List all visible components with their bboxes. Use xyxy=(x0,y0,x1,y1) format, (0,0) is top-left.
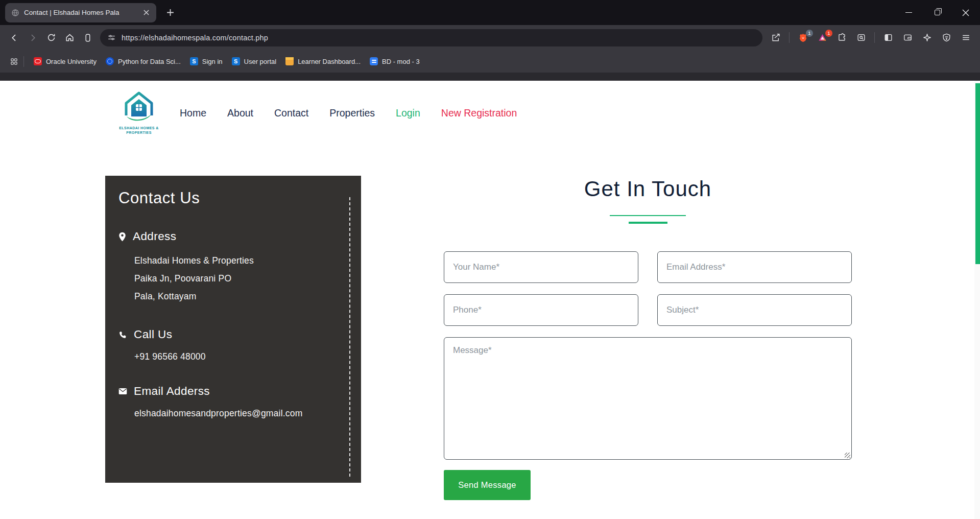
contact-panel-title: Contact Us xyxy=(118,189,348,207)
bookmark-oracle-university[interactable]: Oracle University xyxy=(29,55,101,68)
contact-form xyxy=(444,251,852,460)
home-button[interactable] xyxy=(60,29,79,47)
minimize-button[interactable] xyxy=(894,0,923,25)
logo-text-line2: PROPERTIES xyxy=(117,130,161,135)
contact-info-panel: Contact Us Address Elshadai Homes & Prop… xyxy=(105,176,361,483)
message-textarea[interactable] xyxy=(444,337,852,460)
call-section: Call Us +91 96566 48000 xyxy=(118,328,348,362)
get-in-touch-section: Get In Touch Send Message xyxy=(444,177,852,500)
sidebar-icon xyxy=(883,33,893,42)
close-window-icon xyxy=(962,9,969,16)
webpage-viewport: ELSHADAI HOMES & PROPERTIES Home About C… xyxy=(0,81,980,519)
email-heading: Email Adderss xyxy=(134,385,210,398)
nav-login[interactable]: Login xyxy=(396,107,420,119)
bookmark-sign-in[interactable]: S Sign in xyxy=(185,55,227,68)
address-section: Address Elshadai Homes & Properties Paik… xyxy=(118,230,348,305)
bookmarks-divider xyxy=(23,56,24,67)
logo-text-line1: ELSHADAI HOMES & xyxy=(117,126,161,130)
nav-contact[interactable]: Contact xyxy=(274,107,308,119)
page-scrollbar-track[interactable] xyxy=(974,81,980,519)
send-message-button[interactable]: Send Message xyxy=(444,470,531,500)
restore-button[interactable] xyxy=(923,0,951,25)
bookmark-learner-dashboard[interactable]: Learner Dashboard... xyxy=(281,55,365,68)
browser-tab-bar: Contact | Elshadai Homes Pala xyxy=(0,0,980,25)
house-logo-icon xyxy=(120,91,158,123)
hamburger-icon xyxy=(961,33,971,42)
back-button[interactable] xyxy=(5,29,23,47)
phone-number: +91 96566 48000 xyxy=(134,351,348,362)
window-controls xyxy=(894,0,980,25)
back-icon xyxy=(9,33,19,43)
s-favicon: S xyxy=(232,57,240,65)
close-tab-icon[interactable] xyxy=(141,8,151,18)
tab-search-icon xyxy=(856,33,866,42)
address-heading: Address xyxy=(133,230,176,243)
reload-button[interactable] xyxy=(42,29,60,47)
address-line: Paika Jn, Poovarani PO xyxy=(134,270,348,288)
subject-input[interactable] xyxy=(657,294,852,326)
address-line: Pala, Kottayam xyxy=(134,288,348,305)
bookmarks-bar: Oracle University Python for Data Sci...… xyxy=(0,50,980,73)
site-logo[interactable]: ELSHADAI HOMES & PROPERTIES xyxy=(117,91,161,135)
site-settings-icon[interactable] xyxy=(107,33,116,42)
toolbar-divider xyxy=(789,32,790,43)
phone-icon xyxy=(118,331,127,339)
box-favicon xyxy=(285,57,294,65)
brave-shields-button[interactable]: 1 xyxy=(794,29,812,47)
share-button[interactable] xyxy=(767,29,785,47)
sidebar-toggle-button[interactable] xyxy=(879,29,897,47)
active-tab[interactable]: Contact | Elshadai Homes Pala xyxy=(5,3,156,22)
close-window-button[interactable] xyxy=(951,0,980,25)
main-navigation: Home About Contact Properties Login New … xyxy=(180,107,517,119)
bookmark-user-portal[interactable]: S User portal xyxy=(227,55,281,68)
nav-new-registration[interactable]: New Registration xyxy=(441,107,517,119)
extensions-button[interactable] xyxy=(832,29,851,47)
bookmark-bd-mod-3[interactable]: BD - mod - 3 xyxy=(365,55,424,68)
forward-button[interactable] xyxy=(23,29,42,47)
bookmark-python-for-data-sci[interactable]: Python for Data Sci... xyxy=(101,55,185,68)
apps-grid-button[interactable] xyxy=(6,54,21,69)
location-pin-icon xyxy=(118,232,126,242)
shields-badge: 1 xyxy=(806,30,813,37)
tab-title: Contact | Elshadai Homes Pala xyxy=(24,9,136,16)
s-favicon: S xyxy=(190,57,198,65)
toolbar-divider xyxy=(874,32,875,43)
share-icon xyxy=(771,33,781,42)
email-address: elshadaihomesandproperties@gmail.com xyxy=(134,408,348,419)
toolbar-actions: 1 1 xyxy=(767,29,975,47)
docs-favicon xyxy=(370,57,378,65)
bookmarks-panel-icon xyxy=(83,33,92,42)
nav-about[interactable]: About xyxy=(227,107,253,119)
leo-ai-button[interactable] xyxy=(918,29,936,47)
address-bar[interactable]: https://elshadaihomespala.com/contact.ph… xyxy=(100,29,762,46)
globe-icon xyxy=(11,9,19,17)
new-tab-button[interactable] xyxy=(162,5,178,20)
puzzle-icon xyxy=(837,33,847,42)
nav-home[interactable]: Home xyxy=(180,107,206,119)
title-underline xyxy=(610,215,686,216)
shield-icon xyxy=(942,33,951,42)
address-line: Elshadai Homes & Properties xyxy=(134,252,348,270)
oracle-favicon xyxy=(34,57,42,65)
name-input[interactable] xyxy=(444,251,638,283)
wallet-button[interactable] xyxy=(898,29,917,47)
rewards-badge: 1 xyxy=(825,30,832,37)
email-input[interactable] xyxy=(657,251,852,283)
reload-icon xyxy=(46,33,56,42)
bookmarks-panel-button[interactable] xyxy=(79,29,97,47)
page-scrollbar-thumb[interactable] xyxy=(975,83,980,264)
envelope-icon xyxy=(118,388,127,395)
rewards-button[interactable]: 1 xyxy=(813,29,831,47)
apps-grid-icon xyxy=(10,57,18,66)
url-text[interactable]: https://elshadaihomespala.com/contact.ph… xyxy=(122,34,268,42)
chrome-bottom-strip xyxy=(0,73,980,81)
sparkle-icon xyxy=(922,33,932,42)
tab-search-button[interactable] xyxy=(852,29,870,47)
call-heading: Call Us xyxy=(134,328,172,341)
menu-button[interactable] xyxy=(957,29,975,47)
nav-properties[interactable]: Properties xyxy=(329,107,375,119)
vpn-shield-button[interactable] xyxy=(937,29,955,47)
title-underline-short xyxy=(629,222,667,224)
home-icon xyxy=(65,33,75,42)
phone-input[interactable] xyxy=(444,294,638,326)
